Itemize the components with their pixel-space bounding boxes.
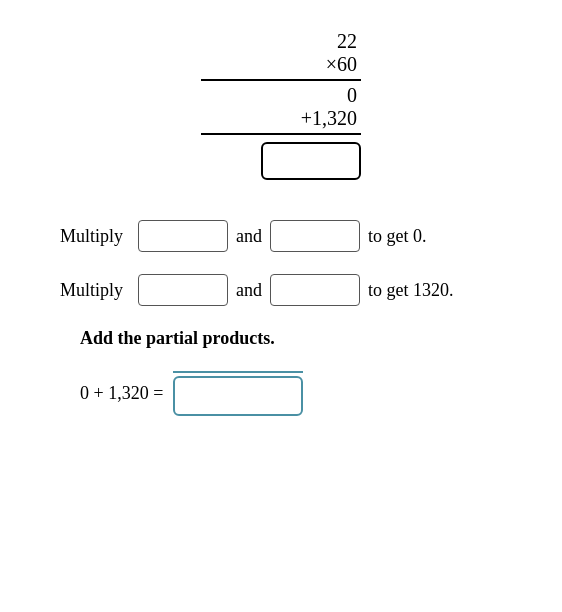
multiplier: ×60 (201, 53, 361, 76)
instructions-area: Multiply and to get 0. Multiply and to g… (40, 220, 522, 416)
partial-product-2: +1,320 (201, 107, 361, 130)
multiply-input-2b[interactable] (270, 274, 360, 306)
top-number: 22 (201, 30, 361, 53)
result-text-2: to get 1320. (368, 280, 454, 301)
equation-divider (173, 371, 303, 373)
equation-answer-wrapper (173, 371, 303, 416)
partial-product-1: 0 (201, 84, 361, 107)
equation-answer-input[interactable] (173, 376, 303, 416)
divider-top (201, 79, 361, 81)
connector-2: and (236, 280, 262, 301)
equation-label: 0 + 1,320 = (80, 383, 163, 404)
instruction-row-1: Multiply and to get 0. (60, 220, 522, 252)
divider-bottom (201, 133, 361, 135)
multiply-input-1b[interactable] (270, 220, 360, 252)
multiply-input-2a[interactable] (138, 274, 228, 306)
instruction-row-2: Multiply and to get 1320. (60, 274, 522, 306)
equation-row: 0 + 1,320 = (60, 371, 522, 416)
multiplication-area: 22 ×60 0 +1,320 (201, 30, 361, 180)
multiply-label-1: Multiply (60, 226, 130, 247)
multiplication-answer-input[interactable] (261, 142, 361, 180)
multiply-input-1a[interactable] (138, 220, 228, 252)
bold-instruction: Add the partial products. (60, 328, 522, 349)
multiply-label-2: Multiply (60, 280, 130, 301)
connector-1: and (236, 226, 262, 247)
result-text-1: to get 0. (368, 226, 427, 247)
